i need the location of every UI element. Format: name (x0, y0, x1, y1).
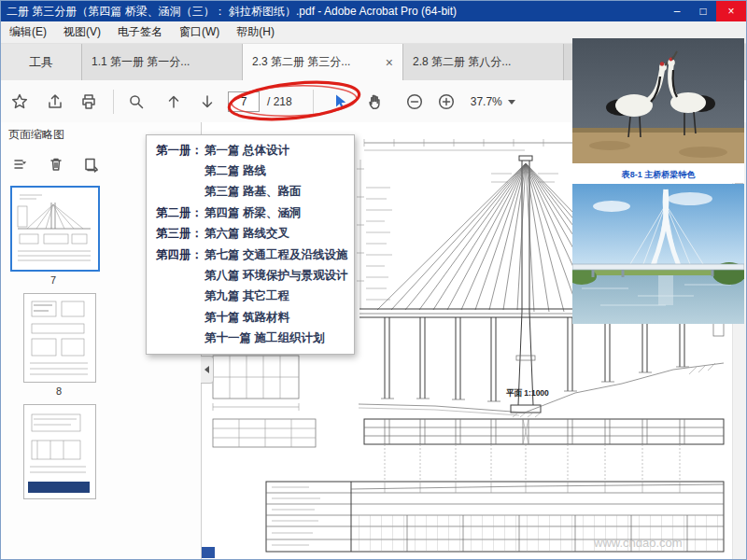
search-icon[interactable] (127, 92, 146, 111)
hand-tool-icon[interactable] (366, 92, 385, 111)
chapter-label: 第二篇 路线 (204, 163, 266, 179)
page-total-label: / 218 (267, 95, 292, 108)
chevron-left-icon (204, 366, 209, 373)
menu-esign[interactable]: 电子签名 (109, 24, 171, 40)
bookmark-item[interactable]: 第二册： 第四篇 桥梁、涵洞 (147, 203, 354, 223)
menu-edit[interactable]: 编辑(E) (1, 24, 55, 40)
page-number-input[interactable] (228, 91, 260, 112)
window-title: 二册 第三分册（第四篇 桥梁、涵洞（三）： 斜拉桥图纸）.pdf - Adobe… (7, 4, 457, 20)
crane-photo-block: 表8-1 主桥桥梁特色 (572, 38, 744, 183)
share-icon[interactable] (46, 92, 64, 111)
plan-view-label: 平面 1:1000 (506, 388, 549, 398)
menu-window[interactable]: 窗口(W) (171, 24, 228, 40)
volume-label: 第四册： (156, 247, 203, 263)
zoom-dropdown-caret-icon[interactable] (508, 100, 515, 105)
bookmark-item[interactable]: 第三册： 第六篇 路线交叉 (147, 224, 354, 245)
menu-help[interactable]: 帮助(H) (228, 24, 283, 40)
chapter-label: 第十篇 筑路材料 (204, 310, 289, 326)
previous-page-icon[interactable] (164, 92, 183, 111)
bookmark-item[interactable]: 第九篇 其它工程 (147, 287, 354, 307)
close-button[interactable]: × (716, 1, 746, 21)
thumbnail-image[interactable] (23, 404, 96, 499)
bookmark-item[interactable]: 第一册： 第一篇 总体设计 (147, 140, 354, 161)
toolbar-separator (313, 90, 314, 114)
minimize-button[interactable]: – (664, 1, 690, 21)
title-bar: 二册 第三分册（第四篇 桥梁、涵洞（三）： 斜拉桥图纸）.pdf - Adobe… (1, 1, 746, 21)
zoom-out-icon[interactable] (405, 92, 424, 111)
chapter-label: 第七篇 交通工程及沿线设施 (204, 247, 347, 263)
chapter-label: 第三篇 路基、路面 (204, 184, 301, 200)
volume-label: 第三册： (156, 226, 203, 242)
menu-view[interactable]: 视图(V) (55, 24, 109, 40)
bookmark-item[interactable]: 第四册： 第七篇 交通工程及沿线设施 (147, 245, 354, 265)
thumbnail-page-9[interactable] (23, 404, 201, 502)
bookmark-item[interactable]: 第二篇 路线 (147, 161, 354, 181)
acrobat-window: 二册 第三分册（第四篇 桥梁、涵洞（三）： 斜拉桥图纸）.pdf - Adobe… (0, 0, 747, 560)
thumbnail-size-icon[interactable] (83, 156, 100, 173)
maximize-button[interactable]: □ (690, 1, 716, 21)
thumbnail-image[interactable] (10, 186, 100, 272)
tab-label: 1.1 第一册 第一分... (92, 54, 190, 70)
select-tool-cursor-icon[interactable] (331, 92, 349, 111)
thumbnail-image[interactable] (23, 293, 96, 383)
tab-document-2-active[interactable]: 2.3 第二册 第三分... × (243, 44, 403, 80)
bridge-rendering-block (572, 184, 744, 324)
thumbnail-page-number: 8 (23, 383, 94, 397)
chapter-label: 第四篇 桥梁、涵洞 (204, 205, 301, 221)
thumbnail-options-icon[interactable] (12, 156, 29, 173)
zoom-level-label[interactable]: 37.7% (471, 95, 502, 108)
tab-tools[interactable]: 工具 (1, 44, 82, 80)
volume-label: 第一册： (156, 143, 203, 159)
chapter-label: 第八篇 环境保护与景观设计 (204, 268, 347, 284)
zoom-in-icon[interactable] (437, 92, 456, 111)
bookmark-item[interactable]: 第十一篇 施工组织计划 (147, 329, 354, 349)
print-icon[interactable] (79, 92, 98, 111)
bookmark-item[interactable]: 第八篇 环境保护与景观设计 (147, 265, 354, 286)
chapter-label: 第六篇 路线交叉 (204, 226, 289, 242)
collapse-panel-button[interactable] (201, 356, 214, 384)
tab-label: 2.8 第二册 第八分... (413, 54, 511, 70)
watermark-text: www.cndao.com (593, 536, 683, 550)
bookmark-item[interactable]: 第十篇 筑路材料 (147, 307, 354, 328)
bookmark-item[interactable]: 第三篇 路基、路面 (147, 182, 354, 203)
tab-document-3[interactable]: 2.8 第二册 第八分... (403, 44, 564, 80)
tab-document-1[interactable]: 1.1 第一册 第一分... (82, 44, 243, 80)
volume-label: 第二册： (156, 205, 203, 221)
tab-close-icon[interactable]: × (380, 55, 393, 70)
chapter-label: 第十一篇 施工组织计划 (204, 330, 324, 346)
trash-icon[interactable] (48, 156, 64, 173)
crane-photo-caption: 表8-1 主桥桥梁特色 (572, 167, 744, 183)
thumbnail-page-number: 7 (10, 272, 96, 286)
window-controls: – □ × (664, 1, 746, 21)
favorite-star-icon[interactable] (10, 92, 29, 111)
bridge-rendering (572, 184, 744, 324)
next-page-icon[interactable] (198, 92, 217, 111)
bookmark-popup-menu: 第一册： 第一篇 总体设计 第二篇 路线 第三篇 路基、路面 第二册： 第四篇 … (146, 134, 355, 355)
crane-photo (572, 38, 744, 163)
chapter-label: 第一篇 总体设计 (204, 143, 289, 159)
tab-label: 2.3 第二册 第三分... (252, 54, 350, 70)
toolbar-separator (113, 90, 114, 114)
chapter-label: 第九篇 其它工程 (204, 288, 289, 304)
